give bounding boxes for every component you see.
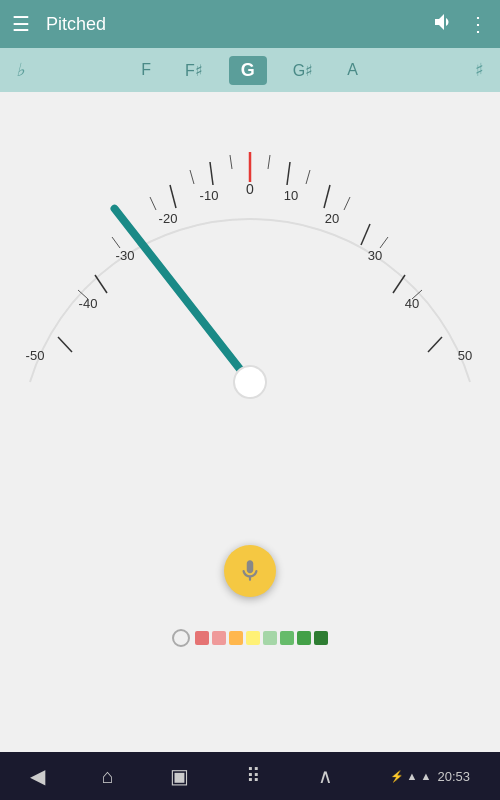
up-chevron[interactable]: ∧ [318, 764, 333, 788]
mic-button[interactable] [224, 545, 276, 597]
svg-line-28 [344, 197, 350, 210]
svg-line-33 [115, 209, 250, 382]
svg-line-21 [428, 337, 442, 352]
svg-text:0: 0 [246, 181, 254, 197]
nav-bar: ◀ ⌂ ▣ ⠿ ∧ ⚡ ▲ ▲ 20:53 [0, 752, 500, 800]
status-area: ⚡ ▲ ▲ 20:53 [390, 769, 470, 784]
svg-line-7 [170, 185, 176, 208]
level-bar-6 [280, 631, 294, 645]
extra-button[interactable]: ⠿ [246, 764, 261, 788]
volume-icon[interactable] [432, 10, 456, 39]
note-Gsharp[interactable]: G♯ [285, 57, 321, 84]
more-icon[interactable]: ⋮ [468, 12, 488, 36]
back-button[interactable]: ◀ [30, 764, 45, 788]
svg-line-15 [95, 275, 107, 293]
level-bar-2 [212, 631, 226, 645]
recent-apps-button[interactable]: ▣ [170, 764, 189, 788]
svg-line-25 [190, 170, 194, 184]
svg-text:-40: -40 [79, 296, 98, 311]
svg-line-5 [287, 162, 290, 185]
level-circle [172, 629, 190, 647]
tuner-area: 0 -10 10 -20 20 -30 30 -40 [0, 92, 500, 752]
menu-icon[interactable]: ☰ [12, 12, 30, 36]
level-bar-8 [314, 631, 328, 645]
status-icons: ⚡ ▲ ▲ [390, 770, 432, 783]
svg-text:50: 50 [458, 348, 472, 363]
gauge-container: 0 -10 10 -20 20 -30 30 -40 [0, 102, 500, 422]
svg-line-9 [324, 185, 330, 208]
svg-line-24 [268, 155, 270, 169]
note-G[interactable]: G [229, 56, 267, 85]
level-bar-5 [263, 631, 277, 645]
flat-button[interactable]: ♭ [8, 55, 32, 85]
svg-line-19 [58, 337, 72, 352]
svg-line-3 [210, 162, 213, 185]
note-F[interactable]: F [133, 57, 159, 83]
app-bar: ☰ Pitched ⋮ [0, 0, 500, 48]
svg-line-29 [112, 237, 120, 248]
svg-text:-20: -20 [159, 211, 178, 226]
svg-text:30: 30 [368, 248, 382, 263]
svg-line-27 [150, 197, 156, 210]
svg-text:-50: -50 [26, 348, 45, 363]
note-A[interactable]: A [339, 57, 366, 83]
svg-line-13 [361, 224, 370, 245]
svg-text:-10: -10 [200, 188, 219, 203]
svg-text:20: 20 [325, 211, 339, 226]
svg-text:40: 40 [405, 296, 419, 311]
level-bar-4 [246, 631, 260, 645]
mic-icon [237, 558, 263, 584]
svg-line-23 [230, 155, 232, 169]
notes-container: F F♯ G G♯ A [32, 56, 467, 85]
level-bar-3 [229, 631, 243, 645]
app-title: Pitched [46, 14, 106, 35]
svg-text:10: 10 [284, 188, 298, 203]
note-Fsharp[interactable]: F♯ [177, 57, 211, 84]
clock: 20:53 [437, 769, 470, 784]
level-bar-7 [297, 631, 311, 645]
app-bar-right: ⋮ [432, 10, 488, 39]
sharp-button[interactable]: ♯ [467, 55, 492, 85]
level-meter [172, 629, 328, 647]
app-bar-left: ☰ Pitched [12, 12, 106, 36]
svg-line-17 [393, 275, 405, 293]
level-bars [195, 631, 328, 645]
home-button[interactable]: ⌂ [102, 765, 114, 788]
gauge-svg: 0 -10 10 -20 20 -30 30 -40 [0, 102, 500, 422]
level-bar-1 [195, 631, 209, 645]
svg-line-26 [306, 170, 310, 184]
svg-line-30 [380, 237, 388, 248]
svg-text:-30: -30 [116, 248, 135, 263]
note-bar: ♭ F F♯ G G♯ A ♯ [0, 48, 500, 92]
